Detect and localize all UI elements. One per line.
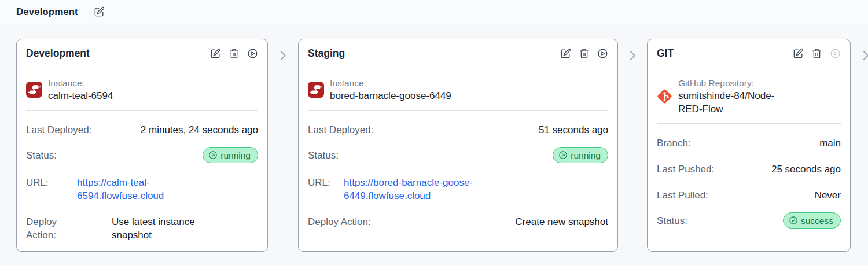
edit-stage-button[interactable] [560, 48, 571, 59]
run-stage-button[interactable] [247, 48, 258, 59]
pipeline-stages: Development [0, 39, 868, 252]
chevron-right-icon [626, 49, 639, 62]
instance-info: Instance: bored-barnacle-goose-6449 [330, 77, 451, 102]
stage-header: Development [17, 39, 267, 68]
last-pushed-row: Last Pushed: 25 seconds ago [657, 163, 841, 176]
stage-actions [793, 48, 841, 59]
stage-separator [618, 49, 647, 62]
deploy-action-value: Use latest instance snapshot [112, 215, 213, 242]
stage-separator [268, 49, 298, 62]
deploy-action-value: Create new snapshot [515, 215, 608, 229]
last-pulled-label: Last Pulled: [657, 189, 708, 202]
deploy-action-row: Deploy Action: Create new snapshot [308, 215, 608, 229]
status-row: Status: running [26, 147, 258, 163]
play-circle-icon [247, 48, 258, 59]
status-badge: running [553, 147, 608, 163]
stage-title: Staging [308, 47, 345, 60]
stage-header: GIT [648, 39, 850, 68]
status-badge: running [203, 147, 258, 163]
play-circle-icon [597, 48, 608, 59]
url-label: URL: [308, 176, 344, 203]
branch-row: Branch: main [657, 137, 841, 150]
stage-header: Staging [299, 39, 617, 68]
stage-body: Instance: calm-teal-6594 Last Deployed: … [17, 68, 267, 251]
stage-title: GIT [657, 47, 674, 60]
instance-label: Instance: [48, 77, 113, 89]
stage-actions [560, 48, 608, 59]
stage-card-development: Development [16, 39, 268, 252]
edit-icon [793, 48, 804, 59]
node-red-icon [308, 82, 324, 98]
last-deployed-value: 2 minutes, 24 seconds ago [141, 123, 258, 137]
repository-info: GitHub Repository: sumitshinde-84/Node-R… [678, 77, 797, 116]
deploy-action-row: Deploy Action: Use latest instance snaps… [26, 215, 258, 242]
chevron-right-icon [277, 49, 289, 62]
divider [657, 123, 841, 124]
delete-stage-button[interactable] [579, 48, 590, 59]
url-row: URL: https://bored-barnacle-goose-6449.f… [308, 176, 608, 203]
deploy-action-label: Deploy Action: [308, 215, 371, 229]
edit-pipeline-button[interactable] [94, 6, 105, 17]
last-pushed-label: Last Pushed: [657, 163, 714, 176]
branch-label: Branch: [657, 137, 691, 150]
status-badge: success [783, 212, 841, 229]
delete-stage-button[interactable] [229, 48, 240, 59]
delete-stage-button[interactable] [811, 48, 822, 59]
last-deployed-label: Last Deployed: [308, 123, 373, 137]
instance-label: Instance: [330, 77, 451, 89]
repository-label: GitHub Repository: [678, 77, 797, 89]
trash-icon [579, 48, 590, 59]
repository-row: GitHub Repository: sumitshinde-84/Node-R… [657, 77, 841, 116]
branch-value: main [819, 137, 841, 150]
run-stage-button[interactable] [830, 48, 841, 59]
status-label: Status: [657, 214, 687, 227]
divider [26, 110, 258, 111]
last-deployed-row: Last Deployed: 51 seconds ago [308, 123, 608, 137]
stage-card-git: GIT G [647, 39, 851, 252]
instance-url-link[interactable]: https://bored-barnacle-goose-6449.flowfu… [344, 176, 488, 203]
run-stage-button[interactable] [597, 48, 608, 59]
stage-title: Development [26, 47, 90, 60]
last-deployed-label: Last Deployed: [26, 123, 91, 137]
stage-card-staging: Staging [298, 39, 618, 252]
pipeline-title: Development [16, 6, 78, 18]
stage-body: GitHub Repository: sumitshinde-84/Node-R… [648, 68, 850, 238]
status-badge-text: running [571, 149, 601, 161]
url-row: URL: https://calm-teal-6594.flowfuse.clo… [26, 176, 258, 203]
instance-name: calm-teal-6594 [48, 89, 113, 102]
last-pulled-value: Never [815, 189, 841, 202]
node-red-icon [26, 82, 42, 98]
status-badge-text: running [220, 149, 251, 161]
git-icon [657, 89, 672, 104]
edit-stage-button[interactable] [793, 48, 804, 59]
status-label: Status: [26, 149, 57, 162]
url-label: URL: [26, 176, 77, 203]
status-badge-text: success [801, 215, 833, 227]
stage-body: Instance: bored-barnacle-goose-6449 Last… [299, 68, 617, 238]
check-circle-icon [789, 216, 798, 225]
last-deployed-row: Last Deployed: 2 minutes, 24 seconds ago [26, 123, 258, 137]
status-row: Status: running [308, 147, 608, 163]
chevron-right-icon [859, 49, 868, 62]
edit-stage-button[interactable] [210, 48, 221, 59]
last-deployed-value: 51 seconds ago [539, 123, 608, 137]
instance-info: Instance: calm-teal-6594 [48, 77, 113, 102]
play-circle-icon [830, 48, 841, 59]
deploy-action-label: Deploy Action: [26, 215, 67, 242]
trash-icon [811, 48, 822, 59]
edit-icon [560, 48, 571, 59]
edit-icon [94, 6, 105, 17]
last-pulled-row: Last Pulled: Never [657, 189, 841, 202]
instance-url-link[interactable]: https://calm-teal-6594.flowfuse.cloud [77, 176, 178, 203]
status-label: Status: [308, 149, 339, 162]
instance-name: bored-barnacle-goose-6449 [330, 89, 451, 102]
edit-icon [210, 48, 221, 59]
stage-separator [851, 49, 868, 62]
instance-row: Instance: bored-barnacle-goose-6449 [308, 77, 608, 102]
status-row: Status: success [657, 212, 841, 229]
deploy-action-label-wrap: Deploy Action: [26, 215, 112, 242]
stage-actions [210, 48, 258, 59]
last-pushed-value: 25 seconds ago [771, 163, 841, 176]
play-circle-icon [558, 150, 568, 160]
trash-icon [229, 48, 240, 59]
